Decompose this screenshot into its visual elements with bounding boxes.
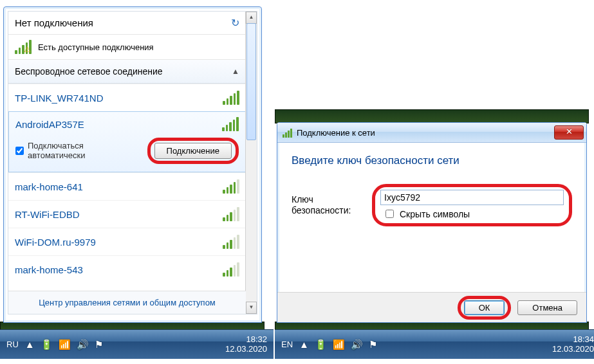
hide-chars-input[interactable] xyxy=(385,210,394,218)
no-connection-label: Нет подключения xyxy=(15,17,93,28)
network-item[interactable]: mark-home-543 xyxy=(8,255,246,283)
signal-icon xyxy=(223,235,239,249)
network-item-selected[interactable]: AndroidAP357E Подключаться автоматически… xyxy=(8,111,246,172)
network-item[interactable]: WiFi-DOM.ru-9979 xyxy=(8,228,246,255)
lang-indicator[interactable]: RU xyxy=(6,340,19,349)
network-item[interactable]: mark-home-641 xyxy=(8,172,246,200)
network-name: RT-WiFi-EDBD xyxy=(15,209,80,220)
titlebar[interactable]: Подключение к сети ✕ xyxy=(277,123,586,143)
no-connection-row: Нет подключения ↻ xyxy=(8,12,246,35)
available-connections-row: Есть доступные подключения xyxy=(8,35,246,60)
network-center-link[interactable]: Центр управления сетями и общим доступом xyxy=(8,291,246,314)
connect-button[interactable]: Подключение xyxy=(154,143,232,159)
network-item[interactable]: RT-WiFi-EDBD xyxy=(8,200,246,228)
flag-icon[interactable]: ⚑ xyxy=(369,339,377,350)
signal-icon xyxy=(222,117,239,131)
taskbar-time: 18:32 xyxy=(225,335,267,345)
signal-icon xyxy=(223,179,239,194)
battery-icon[interactable]: 🔋 xyxy=(315,339,327,350)
highlight-ok: ОК xyxy=(458,296,512,320)
scroll-up-arrow[interactable]: ▲ xyxy=(246,12,257,24)
close-button[interactable]: ✕ xyxy=(554,125,584,140)
network-name: mark-home-641 xyxy=(15,181,83,192)
taskbar-date: 12.03.2020 xyxy=(225,345,267,354)
dialog-footer: ОК Отмена xyxy=(277,292,586,322)
taskbar-time: 18:34 xyxy=(552,335,594,345)
wifi-networks-popup: ▲ ▼ Нет подключения ↻ Есть доступные под… xyxy=(3,6,262,323)
signal-icon xyxy=(223,207,239,221)
refresh-icon[interactable]: ↻ xyxy=(231,17,239,29)
auto-connect-input[interactable] xyxy=(15,147,24,155)
network-icon xyxy=(283,127,293,138)
taskbar-datetime[interactable]: 18:34 12.03.2020 xyxy=(552,335,594,354)
battery-icon[interactable]: 🔋 xyxy=(41,339,53,350)
connect-network-dialog: Подключение к сети ✕ Введите ключ безопа… xyxy=(277,122,587,323)
signal-icon xyxy=(223,262,239,277)
tray-icons: ▲ 🔋 📶 🔊 ⚑ xyxy=(25,339,103,350)
volume-icon[interactable]: 🔊 xyxy=(351,339,363,350)
highlight-key-input: Скрыть символы xyxy=(372,184,572,226)
network-name: TP-LINK_WR741ND xyxy=(15,93,104,104)
ok-button[interactable]: ОК xyxy=(464,300,505,315)
scrollbar[interactable]: ▲ ▼ xyxy=(245,12,257,314)
tray-up-icon[interactable]: ▲ xyxy=(299,339,309,350)
scroll-down-arrow[interactable]: ▼ xyxy=(246,302,257,314)
wireless-header-label: Беспроводное сетевое соединение xyxy=(15,66,163,77)
signal-icon xyxy=(223,91,239,105)
tray-icons: ▲ 🔋 📶 🔊 ⚑ xyxy=(299,339,377,350)
wifi-tray-icon[interactable]: 📶 xyxy=(59,339,71,350)
scroll-thumb[interactable] xyxy=(246,23,256,140)
available-label: Есть доступные подключения xyxy=(38,42,154,52)
network-name: WiFi-DOM.ru-9979 xyxy=(15,237,96,248)
taskbar-left[interactable]: RU ▲ 🔋 📶 🔊 ⚑ 18:32 12.03.2020 xyxy=(0,329,274,359)
volume-icon[interactable]: 🔊 xyxy=(77,339,89,350)
flag-icon[interactable]: ⚑ xyxy=(95,339,103,350)
wifi-tray-icon[interactable]: 📶 xyxy=(333,339,345,350)
taskbar-date: 12.03.2020 xyxy=(552,345,594,354)
taskbar-right[interactable]: EN ▲ 🔋 📶 🔊 ⚑ 18:34 12.03.2020 xyxy=(275,329,594,359)
cancel-button[interactable]: Отмена xyxy=(517,300,577,315)
dialog-heading: Введите ключ безопасности сети xyxy=(292,154,572,167)
security-key-label: Ключ безопасности: xyxy=(292,194,366,217)
wireless-section-header[interactable]: Беспроводное сетевое соединение ▲ xyxy=(8,60,246,84)
desktop-bg xyxy=(275,109,589,123)
network-name: mark-home-543 xyxy=(15,264,83,275)
highlight-connect: Подключение xyxy=(147,138,239,164)
hide-chars-checkbox[interactable]: Скрыть символы xyxy=(383,208,470,220)
hide-chars-label: Скрыть символы xyxy=(400,209,470,219)
signal-warning-icon xyxy=(15,40,32,54)
network-name: AndroidAP357E xyxy=(15,119,84,130)
security-key-input[interactable] xyxy=(380,190,564,205)
tray-up-icon[interactable]: ▲ xyxy=(25,339,35,350)
collapse-icon[interactable]: ▲ xyxy=(232,67,239,76)
dialog-title: Подключение к сети xyxy=(297,128,375,138)
lang-indicator[interactable]: EN xyxy=(281,340,293,349)
network-item[interactable]: TP-LINK_WR741ND xyxy=(8,84,246,111)
auto-connect-label: Подключаться автоматически xyxy=(28,141,142,160)
auto-connect-checkbox[interactable]: Подключаться автоматически xyxy=(15,141,142,160)
taskbar-datetime[interactable]: 18:32 12.03.2020 xyxy=(225,335,267,354)
